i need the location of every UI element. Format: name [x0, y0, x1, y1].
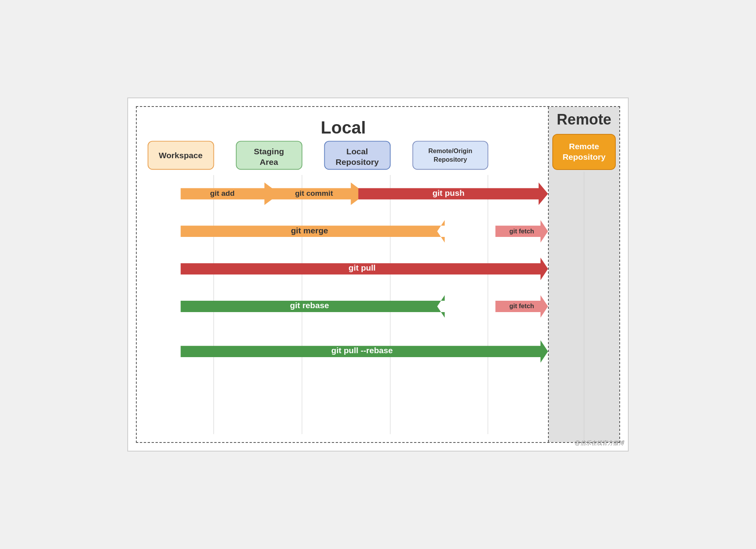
local-title: Local — [321, 118, 366, 137]
svg-text:Repository: Repository — [562, 152, 606, 161]
svg-text:git commit: git commit — [295, 189, 333, 197]
svg-text:Remote: Remote — [569, 142, 599, 151]
svg-text:git add: git add — [210, 189, 235, 197]
outer-border: Local Workspace Staging Area Local Repos… — [136, 106, 620, 443]
diagram-container: Local Workspace Staging Area Local Repos… — [127, 98, 629, 451]
svg-text:git push: git push — [432, 188, 465, 197]
svg-text:Repository: Repository — [434, 156, 467, 163]
watermark: @伯乐在线官方微博 — [575, 440, 624, 447]
svg-text:Staging: Staging — [254, 147, 284, 156]
svg-text:Workspace: Workspace — [159, 151, 203, 160]
svg-text:Remote/Origin: Remote/Origin — [429, 147, 472, 154]
svg-text:git pull --rebase: git pull --rebase — [331, 346, 393, 355]
svg-text:git merge: git merge — [291, 226, 328, 235]
svg-text:git fetch: git fetch — [509, 302, 534, 309]
svg-text:git fetch: git fetch — [509, 228, 534, 235]
svg-text:Remote: Remote — [557, 111, 611, 128]
svg-rect-8 — [413, 141, 488, 170]
svg-text:Local: Local — [346, 147, 368, 156]
svg-text:Area: Area — [260, 157, 278, 166]
svg-text:git pull: git pull — [349, 263, 376, 272]
svg-text:git rebase: git rebase — [290, 301, 329, 310]
remote-section: Remote Remote Repository — [549, 107, 619, 442]
svg-rect-34 — [553, 134, 615, 170]
local-section: Local Workspace Staging Area Local Repos… — [137, 107, 549, 442]
svg-text:Repository: Repository — [336, 157, 379, 166]
